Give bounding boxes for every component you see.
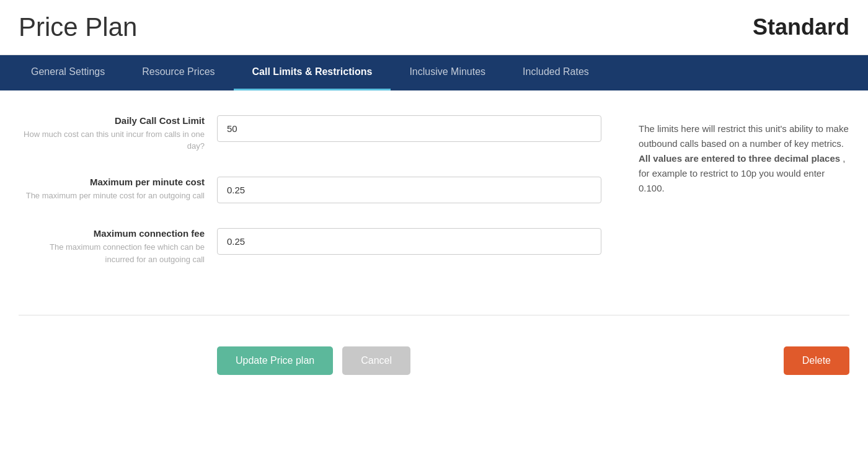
max-per-minute-input[interactable] xyxy=(217,177,601,203)
footer-left-buttons: Update Price plan Cancel xyxy=(217,346,410,375)
field-row-max-connection: Maximum connection fee The maximum conne… xyxy=(19,228,614,265)
max-connection-description: The maximum connection fee which can be … xyxy=(50,242,205,263)
max-connection-input-wrapper xyxy=(217,228,614,255)
form-section: Daily Call Cost Limit How much cost can … xyxy=(19,115,614,290)
main-content: Daily Call Cost Limit How much cost can … xyxy=(0,90,868,302)
tab-resource-prices[interactable]: Resource Prices xyxy=(123,55,233,90)
update-price-plan-button[interactable]: Update Price plan xyxy=(217,346,333,375)
nav-tabs: General Settings Resource Prices Call Li… xyxy=(0,55,868,90)
info-text-bold: All values are entered to three decimal … xyxy=(639,153,840,164)
tab-general-settings[interactable]: General Settings xyxy=(12,55,123,90)
page-header: Price Plan Standard xyxy=(0,0,868,55)
page-title: Price Plan xyxy=(19,12,137,42)
cancel-button[interactable]: Cancel xyxy=(342,346,410,375)
plan-name: Standard xyxy=(753,14,849,40)
footer-wrapper: Update Price plan Cancel Delete xyxy=(19,346,849,375)
daily-cost-label: Daily Call Cost Limit xyxy=(19,115,205,126)
max-per-minute-input-wrapper xyxy=(217,177,614,203)
field-row-max-per-minute: Maximum per minute cost The maximum per … xyxy=(19,177,614,203)
max-connection-input[interactable] xyxy=(217,228,601,255)
daily-cost-description: How much cost can this unit incur from c… xyxy=(24,130,205,151)
field-row-daily-cost: Daily Call Cost Limit How much cost can … xyxy=(19,115,614,152)
tab-call-limits[interactable]: Call Limits & Restrictions xyxy=(234,55,391,90)
daily-cost-input[interactable] xyxy=(217,115,601,142)
field-label-group-max-per-minute: Maximum per minute cost The maximum per … xyxy=(19,177,217,201)
max-connection-label: Maximum connection fee xyxy=(19,228,205,239)
field-label-group-max-connection: Maximum connection fee The maximum conne… xyxy=(19,228,217,265)
max-per-minute-label: Maximum per minute cost xyxy=(19,177,205,187)
field-label-group-daily-cost: Daily Call Cost Limit How much cost can … xyxy=(19,115,217,152)
info-panel: The limits here will restrict this unit'… xyxy=(639,115,849,290)
footer-actions: Update Price plan Cancel Delete xyxy=(0,328,868,394)
info-text-normal-1: The limits here will restrict this unit'… xyxy=(639,123,849,149)
tab-included-rates[interactable]: Included Rates xyxy=(504,55,608,90)
content-divider xyxy=(19,315,849,315)
delete-button[interactable]: Delete xyxy=(784,346,849,375)
daily-cost-input-wrapper xyxy=(217,115,614,142)
max-per-minute-description: The maximum per minute cost for an outgo… xyxy=(26,191,205,200)
tab-inclusive-minutes[interactable]: Inclusive Minutes xyxy=(391,55,504,90)
